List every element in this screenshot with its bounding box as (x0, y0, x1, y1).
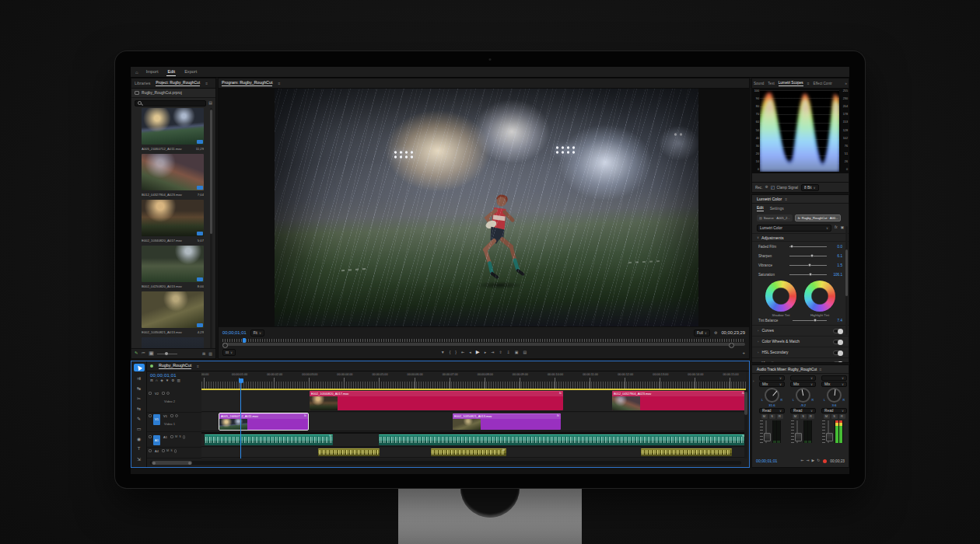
project-writable-icon[interactable]: ✎ (135, 351, 138, 355)
pan-value[interactable]: 31.6 (768, 403, 775, 407)
slider-track[interactable] (789, 265, 827, 266)
record-arm-button[interactable]: R (839, 414, 845, 419)
scope-profile-label[interactable]: Rec. (755, 186, 762, 190)
mute-button[interactable]: M (175, 435, 177, 438)
clamp-checkbox[interactable]: ✓ (771, 186, 775, 190)
timeline-clip[interactable]: E002_10350821_A013.movfx (453, 413, 561, 430)
track-output-eye-icon[interactable] (166, 392, 170, 395)
highlight-tint-wheel[interactable] (804, 281, 835, 312)
track-lane-v1[interactable]: A005_24460712_A011.movfxE002_10350821_A0… (201, 413, 746, 431)
mute-button[interactable]: M (761, 414, 768, 419)
wrench-icon[interactable]: ⚙ (171, 379, 174, 383)
pan-value[interactable]: 3.6 (831, 403, 836, 407)
slider-track[interactable] (789, 246, 827, 247)
tint-balance-slider[interactable] (793, 320, 827, 321)
menu-edit[interactable]: Edit (166, 68, 176, 76)
slider-value[interactable]: 6.1 (830, 254, 842, 258)
pan-knob[interactable]: LR (827, 388, 842, 403)
program-current-timecode[interactable]: 00;00;01;01 (222, 330, 247, 335)
mixer-current-timecode[interactable]: 00;00;01;01 (756, 459, 777, 463)
solo-button[interactable]: S (170, 449, 173, 452)
output-dropdown[interactable]: Mix∨ (790, 382, 816, 387)
play-in-out-icon[interactable]: ⇥ (807, 459, 810, 463)
panel-menu-icon[interactable]: ≡ (819, 367, 821, 371)
slider-knob[interactable] (790, 245, 793, 248)
wrench-icon[interactable]: ⚙ (765, 186, 768, 190)
section-vignette[interactable]: ›Vignette (752, 357, 849, 363)
volume-fader[interactable] (828, 420, 829, 443)
mute-button[interactable]: M (824, 414, 830, 419)
type-tool[interactable]: T (134, 445, 145, 452)
mute-button[interactable]: M (166, 449, 169, 452)
output-dropdown[interactable]: Mix∨ (759, 382, 785, 387)
timeline-audio-clip[interactable]: fx (205, 434, 333, 445)
lift-icon[interactable]: ⇧ (499, 350, 502, 354)
track-output-eye-icon[interactable] (175, 414, 178, 417)
snap-icon[interactable]: ∩ (156, 379, 158, 383)
lock-icon[interactable] (149, 449, 152, 452)
output-dropdown[interactable]: Mix∨ (821, 382, 847, 387)
timeline-audio-clip[interactable] (318, 448, 380, 456)
tab-sequence[interactable]: Rugby_RoughCut (159, 363, 191, 369)
sync-lock-icon[interactable] (170, 435, 173, 438)
timeline-audio-clip[interactable]: fx (379, 434, 746, 445)
track-header-a1[interactable]: A1A1MS (147, 434, 201, 448)
lumetri-scrollbar[interactable] (845, 226, 848, 335)
volume-fader[interactable] (796, 420, 798, 443)
section-toggle[interactable] (833, 329, 843, 333)
object-tool[interactable]: ⇲ (134, 455, 145, 462)
export-frame-icon[interactable]: ▤ (523, 350, 527, 354)
go-to-in-icon[interactable]: ⇤ (461, 350, 464, 354)
linked-selection-icon[interactable]: ◈ (160, 379, 163, 383)
settings-grid-icon[interactable]: ⊞ (150, 379, 153, 383)
zoom-tool[interactable]: ◉ (134, 434, 145, 442)
project-clip-item[interactable]: E002_10340820_A017.mov5;07 (142, 200, 204, 244)
slider-knob[interactable] (809, 273, 812, 276)
section-hsl-secondary[interactable]: ›HSL Secondary (752, 347, 849, 357)
zoom-level-dropdown[interactable]: Fit∨ (250, 330, 264, 337)
mark-out-icon[interactable]: } (455, 350, 457, 354)
filter-bin-icon[interactable]: ▤ (208, 101, 212, 105)
list-view-icon[interactable]: ≔ (142, 351, 145, 355)
sync-lock-icon[interactable] (162, 392, 165, 395)
tab-overflow-icon[interactable]: » (845, 81, 847, 85)
project-clip-item[interactable] (142, 337, 204, 349)
timeline-playhead[interactable] (240, 378, 241, 459)
tab-text[interactable]: Text (768, 82, 774, 85)
razor-tool[interactable]: ✂ (134, 394, 145, 402)
search-input[interactable] (135, 100, 206, 106)
solo-button[interactable]: S (769, 414, 775, 419)
tab-effect-contr[interactable]: Effect Contr (814, 82, 832, 85)
project-clip-item[interactable]: A005_24460712_A011.mov11;29 (142, 108, 204, 152)
voiceover-mic-icon[interactable] (174, 449, 177, 453)
section-toggle[interactable] (833, 350, 843, 355)
record-arm-button[interactable]: R (777, 414, 783, 419)
loop-icon[interactable]: ↻ (817, 459, 820, 463)
project-clip-item[interactable]: E002_10350821_A013.mov4;29 (142, 291, 204, 336)
submix-route-dropdown[interactable]: ∨ (759, 375, 785, 381)
volume-fader[interactable] (765, 420, 767, 443)
automation-dropdown[interactable]: Read∨ (759, 408, 785, 413)
track-button-v1[interactable]: V1 (162, 414, 169, 418)
slider-track[interactable] (789, 256, 827, 256)
program-zoom-scrollbar[interactable] (222, 343, 745, 346)
new-bin-icon[interactable]: ⊞ (202, 352, 205, 356)
ripple-edit-tool[interactable]: ↹ (134, 384, 145, 392)
icon-view-icon[interactable]: ▦ (149, 351, 154, 355)
lock-icon[interactable] (149, 435, 152, 438)
panel-menu-icon[interactable]: ≡ (785, 197, 787, 201)
tab-program[interactable]: Program: Rugby_RoughCut (222, 80, 272, 86)
solo-button[interactable]: S (800, 414, 807, 419)
panel-menu-icon[interactable]: ≡ (807, 81, 810, 85)
timeline-clip[interactable]: E002_10340820_A017.movfx (310, 391, 563, 410)
captions-icon[interactable]: ▥ (177, 379, 180, 383)
shadow-tint-wheel[interactable] (765, 281, 796, 312)
playback-resolution-dropdown[interactable]: Full∨ (694, 330, 710, 337)
timeline-clip[interactable]: B012_04327904_A023.movfx (612, 391, 746, 410)
slider-value[interactable]: 0.0 (830, 245, 842, 249)
pan-value[interactable]: -9.2 (800, 403, 807, 407)
slider-track[interactable] (789, 274, 827, 275)
add-marker-icon[interactable]: ▼ (441, 350, 445, 354)
go-to-out-icon[interactable]: ⇥ (491, 350, 494, 354)
slider-knob[interactable] (808, 263, 811, 267)
